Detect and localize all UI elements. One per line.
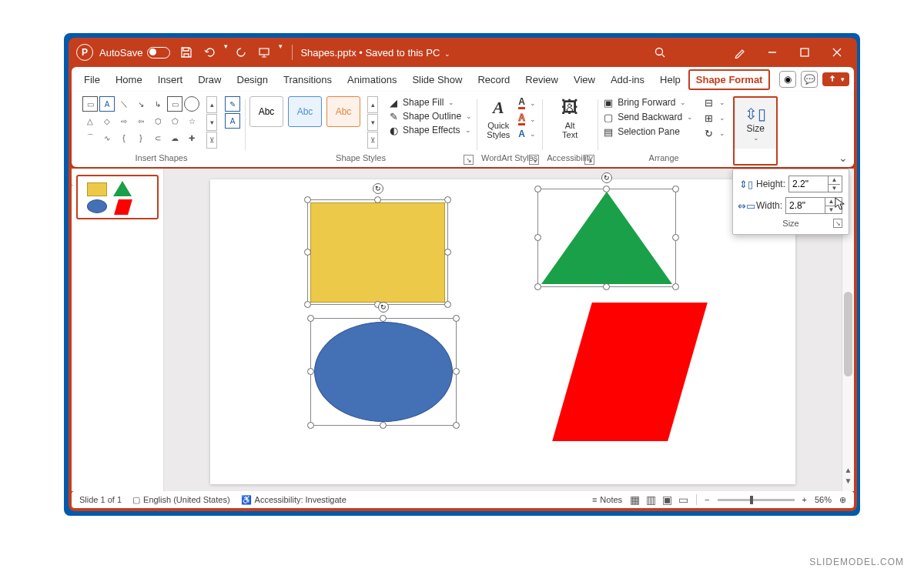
preset-2[interactable]: Abc — [288, 96, 322, 127]
resize-handle[interactable] — [374, 196, 381, 203]
shape-textbox-icon[interactable]: A — [99, 96, 115, 112]
style-presets-gallery[interactable]: Abc Abc Abc — [249, 96, 360, 127]
rotate-handle[interactable]: ↻ — [601, 172, 612, 183]
shapes-gallery[interactable]: ▭ A ＼ ↘ ↳ ▭ △ ◇ ⇨ ⇦ ⬡ ⬠ ☆ ⌒ — [82, 96, 199, 146]
tab-animations[interactable]: Animations — [340, 69, 404, 90]
resize-handle[interactable] — [453, 368, 460, 375]
size-launcher[interactable]: ↘ — [833, 219, 842, 228]
document-title[interactable]: Shapes.pptx • Saved to this PC ⌄ — [294, 47, 450, 59]
shape-free-icon[interactable]: ∿ — [99, 130, 115, 146]
resize-handle[interactable] — [534, 234, 541, 241]
comments-button[interactable]: 💬 — [801, 71, 818, 88]
resize-handle[interactable] — [380, 315, 387, 322]
ribbon-collapse-button[interactable]: ⌄ — [839, 152, 848, 164]
shape-outline-button[interactable]: ✎ Shape Outline⌄ — [387, 110, 472, 122]
tab-transitions[interactable]: Transitions — [276, 69, 340, 90]
height-input[interactable] — [789, 176, 828, 192]
shape-brace-l-icon[interactable]: { — [116, 130, 132, 146]
prev-slide-button[interactable]: ▲ — [842, 466, 854, 474]
height-spinner[interactable]: ▲▼ — [788, 176, 842, 192]
shape-connector-icon[interactable]: ↳ — [150, 96, 166, 112]
resize-handle[interactable] — [444, 301, 451, 308]
quick-styles-button[interactable]: A Quick Styles — [483, 96, 514, 139]
shape-plus-icon[interactable]: ✚ — [184, 130, 199, 146]
spin-up-button[interactable]: ▲ — [829, 176, 840, 185]
edit-shape-button[interactable]: ✎ — [225, 96, 240, 112]
shape-effects-button[interactable]: ◐ Shape Effects⌄ — [387, 124, 472, 136]
shape-triangle-icon[interactable]: △ — [82, 113, 98, 129]
shape-styles-launcher[interactable]: ↘ — [464, 155, 474, 165]
from-beginning-button[interactable] — [254, 42, 274, 62]
shape-arrow2-icon[interactable]: ⇦ — [133, 113, 149, 129]
text-box-button[interactable]: A — [225, 113, 240, 129]
scroll-thumb[interactable] — [844, 292, 852, 376]
resize-handle[interactable] — [307, 315, 314, 322]
rotate-handle[interactable]: ↻ — [373, 183, 383, 194]
gallery-up-button[interactable]: ▴ — [206, 96, 217, 113]
text-fill-button[interactable]: A⌄ — [518, 96, 536, 109]
slide-thumbnail-1[interactable]: 1 — [76, 175, 159, 219]
shape-star-icon[interactable]: ☆ — [184, 113, 199, 129]
share-button[interactable]: ▾ — [822, 72, 849, 86]
tab-slideshow[interactable]: Slide Show — [404, 69, 470, 90]
tab-home[interactable]: Home — [108, 69, 150, 90]
wordart-launcher[interactable]: ↘ — [529, 155, 539, 165]
tab-draw[interactable]: Draw — [190, 69, 229, 90]
resize-handle[interactable] — [603, 186, 610, 192]
zoom-slider[interactable] — [718, 499, 795, 501]
save-button[interactable] — [176, 42, 196, 62]
resize-handle[interactable] — [672, 234, 679, 241]
autosave-toggle[interactable]: AutoSave — [99, 47, 170, 59]
sorter-view-button[interactable]: ▥ — [646, 493, 656, 506]
send-backward-button[interactable]: ▢Send Backward ⌄ — [602, 111, 693, 123]
resize-handle[interactable] — [307, 422, 314, 429]
shape-brace-r-icon[interactable]: } — [133, 130, 149, 146]
bring-forward-button[interactable]: ▣Bring Forward ⌄ — [602, 96, 693, 109]
preset-3[interactable]: Abc — [326, 96, 360, 127]
undo-button[interactable] — [199, 42, 219, 62]
lang-indicator[interactable]: ▢English (United States) — [132, 495, 230, 505]
spin-down-button[interactable]: ▼ — [829, 185, 840, 192]
zoom-in-button[interactable]: + — [802, 495, 807, 504]
tab-shape-format[interactable]: Shape Format — [688, 69, 771, 90]
preset-1[interactable]: Abc — [249, 96, 283, 127]
styles-up-button[interactable]: ▴ — [367, 96, 378, 113]
tab-addins[interactable]: Add-ins — [603, 69, 652, 90]
shape-rect2-icon[interactable]: ▭ — [167, 96, 182, 112]
styles-more-button[interactable]: ⊻ — [367, 132, 378, 149]
resize-handle[interactable] — [672, 283, 679, 290]
shape-oval-icon[interactable] — [184, 96, 199, 112]
selection-pane-button[interactable]: ▤Selection Pane — [602, 125, 693, 138]
fit-window-button[interactable]: ⊕ — [839, 495, 846, 505]
tab-insert[interactable]: Insert — [150, 69, 191, 90]
group-button[interactable]: ⊞⌄ — [702, 112, 725, 124]
alt-text-button[interactable]: 🖼 Alt Text — [554, 96, 585, 139]
search-button[interactable] — [644, 40, 675, 65]
width-input[interactable] — [786, 198, 825, 213]
accessibility-status[interactable]: ♿Accessibility: Investigate — [241, 495, 346, 505]
gallery-more-button[interactable]: ⊻ — [206, 132, 217, 149]
shape-diamond-icon[interactable]: ◇ — [99, 113, 115, 129]
redo-button[interactable] — [231, 42, 251, 62]
close-button[interactable] — [822, 40, 852, 65]
shape-arrow-icon[interactable]: ⇨ — [116, 113, 132, 129]
shape-line-icon[interactable]: ＼ — [116, 96, 132, 112]
resize-handle[interactable] — [444, 249, 451, 256]
shape-callout-icon[interactable]: ⊂ — [150, 130, 166, 146]
accessibility-launcher[interactable]: ↘ — [584, 155, 594, 165]
draw-mode-button[interactable] — [725, 40, 755, 65]
tab-view[interactable]: View — [566, 69, 603, 90]
shape-curve-icon[interactable]: ⌒ — [82, 130, 98, 146]
shape-pent-icon[interactable]: ⬠ — [167, 113, 182, 129]
resize-handle[interactable] — [453, 315, 460, 322]
shape-fill-button[interactable]: ◢ Shape Fill⌄ — [387, 96, 472, 109]
styles-down-button[interactable]: ▾ — [367, 114, 378, 131]
shape-parallelogram[interactable] — [552, 303, 708, 441]
gallery-down-button[interactable]: ▾ — [206, 114, 217, 131]
toggle-switch-icon[interactable] — [147, 47, 170, 59]
next-slide-button[interactable]: ▼ — [842, 477, 854, 485]
shape-rectangle-icon[interactable]: ▭ — [82, 96, 98, 112]
slideshow-view-button[interactable]: ▭ — [678, 493, 688, 506]
size-dropdown-button[interactable]: ⇳▯ Size ⌄ — [735, 98, 776, 149]
reading-view-button[interactable]: ▣ — [662, 493, 672, 506]
